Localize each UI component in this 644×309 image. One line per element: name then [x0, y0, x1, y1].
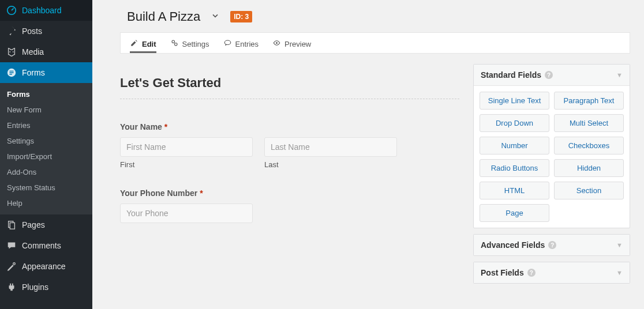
sidebar-item-plugins[interactable]: Plugins [0, 277, 92, 297]
add-field-drop-down[interactable]: Drop Down [480, 114, 549, 132]
pages-icon [6, 219, 17, 231]
svg-point-8 [174, 43, 177, 46]
sidebar-item-dashboard[interactable]: Dashboard [0, 0, 92, 21]
panel-title: Post Fields [481, 268, 524, 277]
sidebar-item-posts[interactable]: Posts [0, 21, 92, 42]
form-canvas: Let's Get Started Your Name * First Last… [120, 64, 459, 289]
pin-icon [6, 25, 17, 37]
form-title: Build A Pizza [127, 9, 200, 24]
add-field-paragraph-text[interactable]: Paragraph Text [554, 92, 624, 110]
add-field-checkboxes[interactable]: Checkboxes [554, 137, 624, 154]
help-icon[interactable]: ? [527, 269, 536, 277]
panel-title: Standard Fields [481, 70, 541, 80]
chevron-down-icon: ▼ [616, 71, 623, 78]
sidebar-item-forms[interactable]: Forms [0, 62, 92, 83]
form-switcher-dropdown[interactable] [211, 11, 220, 22]
sidebar-item-label: Posts [22, 27, 42, 36]
sidebar-subitem-system-status[interactable]: System Status [0, 180, 92, 195]
sidebar-item-media[interactable]: Media [0, 42, 92, 62]
chevron-down-icon: ▼ [616, 242, 623, 248]
panel-post-fields: Post Fields? ▼ [473, 262, 630, 284]
sidebar-item-label: Appearance [22, 262, 66, 271]
wp-admin-sidebar: Dashboard Posts Media Forms Forms New Fo… [0, 0, 92, 309]
field-name[interactable]: Your Name * First Last [120, 122, 459, 169]
field-palette: Standard Fields? ▼ Single Line Text Para… [473, 64, 630, 289]
appearance-icon [6, 261, 17, 272]
sidebar-subitem-forms[interactable]: Forms [0, 86, 92, 102]
panel-standard-fields: Standard Fields? ▼ Single Line Text Para… [473, 64, 630, 228]
svg-point-6 [13, 263, 16, 265]
sidebar-item-label: Dashboard [22, 6, 62, 15]
main-content: Build A Pizza ID: 3 Edit Settings Entrie… [92, 0, 644, 309]
add-field-single-line-text[interactable]: Single Line Text [480, 92, 549, 110]
tab-preview[interactable]: Preview [272, 39, 311, 53]
gear-icon [170, 39, 179, 49]
first-name-input[interactable] [120, 137, 253, 157]
form-id-badge: ID: 3 [230, 11, 252, 22]
svg-rect-5 [10, 223, 14, 229]
add-field-number[interactable]: Number [480, 137, 549, 154]
tab-edit[interactable]: Edit [130, 39, 156, 53]
divider [120, 99, 459, 99]
chevron-down-icon: ▼ [616, 269, 623, 276]
eye-icon [272, 39, 281, 49]
sidebar-item-appearance[interactable]: Appearance [0, 256, 92, 277]
forms-icon [6, 67, 17, 78]
sidebar-subitem-import-export[interactable]: Import/Export [0, 149, 92, 164]
add-field-html[interactable]: HTML [480, 182, 549, 199]
help-icon[interactable]: ? [548, 241, 556, 249]
comments-icon [6, 240, 17, 251]
tab-label: Entries [235, 40, 259, 48]
tab-label: Edit [142, 40, 156, 48]
sidebar-subitem-settings[interactable]: Settings [0, 133, 92, 149]
add-field-radio-buttons[interactable]: Radio Buttons [480, 159, 549, 177]
required-asterisk: * [164, 122, 167, 131]
help-icon[interactable]: ? [545, 71, 553, 79]
sidebar-item-label: Forms [22, 68, 45, 77]
panel-toggle-standard[interactable]: Standard Fields? ▼ [474, 65, 630, 86]
sidebar-subitem-help[interactable]: Help [0, 195, 92, 211]
sidebar-item-pages[interactable]: Pages [0, 214, 92, 235]
svg-point-10 [276, 42, 278, 44]
field-phone[interactable]: Your Phone Number * [120, 189, 459, 223]
field-label: Your Phone Number * [120, 189, 459, 198]
panel-advanced-fields: Advanced Fields? ▼ [473, 234, 630, 256]
sidebar-subitem-add-ons[interactable]: Add-Ons [0, 164, 92, 180]
panel-toggle-advanced[interactable]: Advanced Fields? ▼ [474, 235, 630, 255]
last-name-input[interactable] [264, 137, 397, 157]
last-name-sublabel: Last [264, 160, 397, 169]
first-name-sublabel: First [120, 160, 253, 169]
panel-toggle-post[interactable]: Post Fields? ▼ [474, 262, 630, 283]
page-header: Build A Pizza ID: 3 [127, 9, 630, 24]
pencil-icon [130, 39, 138, 49]
sidebar-submenu-forms: Forms New Form Entries Settings Import/E… [0, 83, 92, 214]
tab-label: Preview [284, 40, 311, 48]
svg-point-7 [172, 40, 175, 43]
dashboard-icon [6, 5, 17, 16]
svg-point-9 [224, 40, 231, 45]
form-editor-tabs: Edit Settings Entries Preview [120, 32, 630, 54]
add-field-page[interactable]: Page [480, 204, 549, 222]
svg-point-2 [13, 51, 14, 52]
field-label: Your Name * [120, 122, 459, 131]
sidebar-item-comments[interactable]: Comments [0, 235, 92, 256]
speech-bubble-icon [223, 39, 232, 49]
tab-settings[interactable]: Settings [170, 39, 209, 53]
media-icon [6, 46, 17, 58]
sidebar-subitem-new-form[interactable]: New Form [0, 102, 92, 118]
sidebar-subitem-entries[interactable]: Entries [0, 118, 92, 133]
sidebar-item-label: Media [22, 47, 44, 56]
add-field-section[interactable]: Section [554, 182, 624, 199]
panel-title: Advanced Fields [481, 240, 545, 250]
add-field-hidden[interactable]: Hidden [554, 159, 624, 177]
form-heading: Let's Get Started [120, 76, 459, 91]
tab-label: Settings [182, 40, 209, 48]
required-asterisk: * [200, 189, 203, 198]
phone-input[interactable] [120, 204, 253, 223]
sidebar-item-label: Plugins [22, 282, 48, 292]
svg-point-1 [9, 51, 10, 52]
plugins-icon [6, 281, 17, 293]
add-field-multi-select[interactable]: Multi Select [554, 114, 624, 132]
sidebar-item-label: Comments [22, 241, 61, 250]
tab-entries[interactable]: Entries [223, 39, 259, 53]
